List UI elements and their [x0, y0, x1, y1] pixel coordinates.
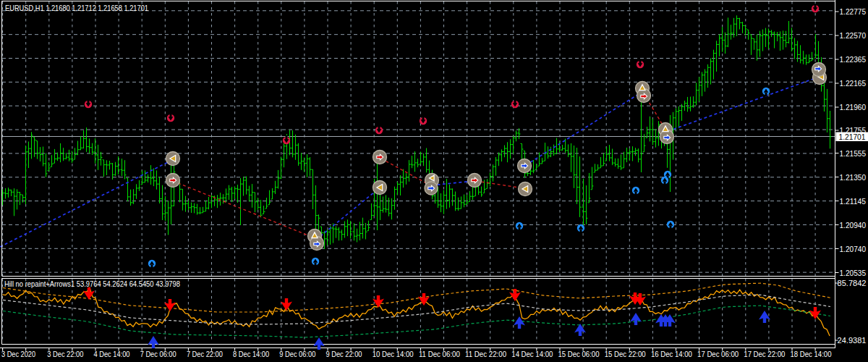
svg-text:17 Dec 06:00: 17 Dec 06:00: [697, 350, 739, 358]
svg-text:17 Dec 22:00: 17 Dec 22:00: [744, 350, 785, 358]
svg-text:1.21701: 1.21701: [839, 132, 866, 141]
svg-text:10 Dec 14:00: 10 Dec 14:00: [373, 350, 414, 358]
svg-text:7 Dec 22:00: 7 Dec 22:00: [187, 350, 223, 358]
svg-text:1.22775: 1.22775: [840, 7, 867, 16]
svg-text:1.20740: 1.20740: [840, 245, 867, 253]
svg-text:24.9381: 24.9381: [838, 336, 867, 345]
svg-text:8 Dec 14:00: 8 Dec 14:00: [233, 350, 269, 358]
svg-text:16 Dec 14:00: 16 Dec 14:00: [651, 350, 692, 358]
svg-text:7 Dec 06:00: 7 Dec 06:00: [140, 350, 176, 358]
svg-text:14 Dec 14:00: 14 Dec 14:00: [511, 350, 553, 358]
svg-text:3 Dec 2020: 3 Dec 2020: [1, 350, 35, 358]
svg-text:15 Dec 06:00: 15 Dec 06:00: [558, 350, 600, 358]
svg-text:9 Dec 22:00: 9 Dec 22:00: [326, 350, 362, 358]
svg-text:EURUSD,H1 1.21680 1.21712 1.2: EURUSD,H1 1.21680 1.21712 1.21658 1.2170…: [5, 4, 148, 12]
svg-text:Hill no repaint+Arrows1 53.976: Hill no repaint+Arrows1 53.9764 54.2624 …: [4, 279, 180, 288]
svg-text:18 Dec 14:00: 18 Dec 14:00: [791, 350, 832, 358]
svg-text:9 Dec 06:00: 9 Dec 06:00: [279, 350, 315, 358]
svg-text:1.21960: 1.21960: [840, 103, 867, 111]
svg-text:1.21145: 1.21145: [840, 197, 867, 206]
svg-text:3 Dec 22:00: 3 Dec 22:00: [47, 350, 83, 358]
svg-text:1.20535: 1.20535: [840, 269, 867, 277]
svg-text:11 Dec 06:00: 11 Dec 06:00: [419, 350, 460, 358]
svg-text:4 Dec 14:00: 4 Dec 14:00: [94, 350, 130, 358]
svg-text:1.22570: 1.22570: [840, 31, 867, 40]
svg-text:15 Dec 22:00: 15 Dec 22:00: [605, 350, 646, 358]
svg-text:1.21555: 1.21555: [840, 149, 867, 158]
svg-text:1.22365: 1.22365: [840, 55, 867, 64]
svg-text:11 Dec 22:00: 11 Dec 22:00: [465, 350, 506, 358]
svg-text:1.22165: 1.22165: [840, 79, 867, 88]
svg-text:1.20940: 1.20940: [840, 221, 867, 230]
svg-text:1.21350: 1.21350: [840, 173, 867, 182]
svg-text:85.7842: 85.7842: [838, 279, 867, 287]
